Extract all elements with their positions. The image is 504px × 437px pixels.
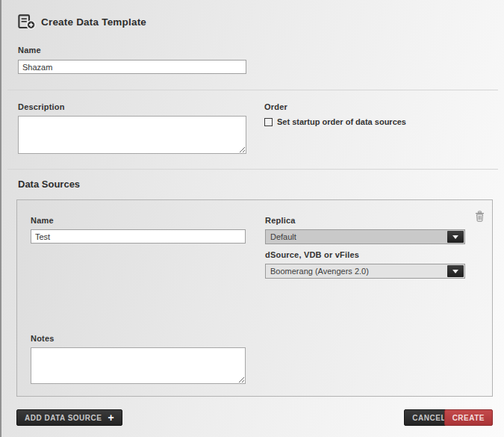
replica-dropdown[interactable]: Default bbox=[265, 229, 465, 244]
order-label: Order bbox=[264, 102, 287, 111]
notes-label: Notes bbox=[31, 334, 55, 343]
caret-down-icon[interactable] bbox=[447, 231, 464, 243]
dsource-dropdown-value: Boomerang (Avengers 2.0) bbox=[266, 264, 464, 278]
divider bbox=[7, 169, 498, 170]
dialog-header: Create Data Template bbox=[18, 14, 146, 30]
plus-icon: + bbox=[108, 412, 114, 423]
name-label: Name bbox=[18, 46, 41, 55]
replica-dropdown-value: Default bbox=[266, 230, 464, 244]
startup-order-checkbox-row: Set startup order of data sources bbox=[264, 117, 406, 126]
dsource-label: dSource, VDB or vFiles bbox=[265, 250, 359, 259]
create-data-template-dialog: Create Data Template Name Description Or… bbox=[0, 0, 504, 437]
caret-down-icon[interactable] bbox=[447, 265, 464, 277]
template-name-input[interactable] bbox=[18, 60, 246, 74]
add-data-source-label: ADD DATA SOURCE bbox=[25, 414, 102, 422]
divider bbox=[7, 90, 498, 90]
startup-order-checkbox-label: Set startup order of data sources bbox=[277, 117, 406, 126]
dialog-title: Create Data Template bbox=[41, 16, 146, 28]
notes-textarea[interactable] bbox=[31, 347, 246, 384]
description-textarea[interactable] bbox=[18, 116, 246, 154]
dsource-dropdown[interactable]: Boomerang (Avengers 2.0) bbox=[265, 264, 465, 279]
source-name-label: Name bbox=[31, 216, 54, 225]
create-button[interactable]: CREATE bbox=[444, 409, 493, 426]
description-label: Description bbox=[18, 102, 65, 111]
startup-order-checkbox[interactable] bbox=[264, 118, 273, 126]
trash-icon[interactable] bbox=[475, 211, 485, 222]
replica-label: Replica bbox=[265, 216, 296, 225]
data-sources-heading: Data Sources bbox=[18, 179, 80, 190]
source-name-input[interactable] bbox=[31, 229, 246, 244]
data-source-card: Name Replica Default dSource, VDB or vFi… bbox=[16, 199, 493, 397]
add-data-source-button[interactable]: ADD DATA SOURCE + bbox=[16, 409, 122, 426]
document-add-icon bbox=[18, 14, 36, 30]
